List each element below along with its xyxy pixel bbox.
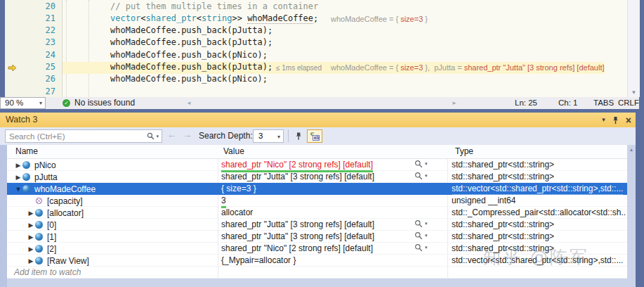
code-token: whoMadeCoffee.push_back(pJutta); — [110, 62, 272, 72]
status-line-indicator[interactable]: Ln: 25 — [515, 98, 537, 108]
type-cell: unsigned __int64 — [452, 195, 515, 207]
zoom-level-dropdown[interactable]: 90 % ▾ — [0, 97, 46, 109]
expander-icon[interactable]: ▶ — [14, 162, 22, 169]
toolbar-separator — [288, 129, 289, 142]
type-cell: std::shared_ptr<std::string> — [452, 243, 554, 255]
line-number: 26 — [46, 74, 55, 86]
watch-row-rawview[interactable]: ▶[Raw View]{_Mypair=allocator }std::vect… — [7, 255, 627, 267]
expander-icon[interactable]: ▼ — [14, 186, 22, 193]
watch-row-pnico[interactable]: ▶pNicoshared_ptr "Nico" [2 strong refs] … — [7, 159, 627, 171]
expander-icon[interactable]: ▶ — [27, 245, 35, 253]
watch-row-whomadecoffee[interactable]: ▼whoMadeCoffee{ size=3 }std::vector<std:… — [7, 183, 627, 195]
scroll-down-icon[interactable]: ▼ — [628, 89, 640, 96]
pin-icon[interactable] — [612, 116, 619, 125]
search-depth-value: 3 — [254, 132, 263, 140]
visualizer-button[interactable]: ▾ — [414, 160, 428, 168]
value-cell: allocator — [221, 207, 253, 219]
hscroll-left-icon[interactable]: ◄ — [186, 100, 192, 106]
document-health-indicator[interactable]: No issues found — [74, 98, 135, 108]
watch-name: pJutta — [34, 172, 58, 182]
zoom-level-value: 90 % — [1, 98, 23, 107]
watch-name: pNico — [34, 160, 56, 170]
visualizer-dropdown-icon[interactable]: ▾ — [425, 161, 428, 167]
expander-icon[interactable]: ▶ — [14, 174, 22, 181]
status-eol-indicator[interactable]: CRLF — [618, 98, 639, 108]
watch-type: std::shared_ptr<std::string> — [452, 219, 554, 229]
code-line-21[interactable]: vector<shared_ptr<string>> whoMadeCoffee… — [63, 13, 627, 25]
expander-icon[interactable]: ▶ — [27, 210, 35, 217]
code-token: < — [197, 13, 202, 23]
search-forward-icon[interactable]: → — [183, 129, 192, 140]
breakpoint-margin[interactable]: 2021222324252627 — [5, 0, 63, 97]
column-header-type[interactable]: Type — [455, 146, 473, 156]
watch-row-0[interactable]: ▶[0]shared_ptr "Jutta" [3 strong refs] [… — [7, 219, 627, 231]
inline-value-part: shared_ptr "Jutta" [3 strong refs] [defa… — [464, 63, 605, 72]
expander-icon[interactable]: ▶ — [27, 257, 35, 264]
hscroll-right-icon[interactable]: ► — [452, 100, 457, 106]
watch-name: [0] — [47, 220, 56, 230]
search-input[interactable] — [6, 131, 147, 141]
scroll-up-icon[interactable]: ▲ — [627, 147, 636, 152]
close-icon[interactable]: × — [626, 115, 631, 125]
code-token: ; — [313, 13, 318, 23]
watch-vertical-scrollbar[interactable]: ▲ — [627, 145, 636, 287]
visualizer-dropdown-icon[interactable]: ▾ — [425, 221, 428, 227]
visualizer-dropdown-icon[interactable]: ▾ — [425, 173, 428, 179]
watch-value: {_Mypair=allocator } — [221, 255, 296, 265]
code-token: // put them multiple times in a containe… — [110, 1, 318, 11]
add-item-row[interactable]: Add item to watch — [7, 267, 627, 279]
watch-row-1[interactable]: ▶[1]shared_ptr "Jutta" [3 strong refs] [… — [7, 231, 627, 243]
visualizer-button[interactable]: ▾ — [414, 219, 428, 228]
search-depth-dropdown[interactable]: 3 ▾ — [253, 129, 284, 143]
code-line-23[interactable]: whoMadeCoffee.push_back(pJutta); — [63, 37, 627, 49]
watch-row-capacity[interactable]: [capacity]3unsigned __int64 — [7, 195, 627, 207]
watch-type: std::shared_ptr<std::string> — [452, 172, 554, 181]
name-cell: ▶[0] — [7, 219, 56, 231]
search-depth-label: Search Depth: — [199, 131, 253, 141]
debug-inline-value: whoMadeCoffee = { size=3 } — [331, 15, 428, 23]
status-column-indicator[interactable]: Ch: 1 — [558, 98, 578, 108]
watch-row-allocator[interactable]: ▶[allocator]allocatorstd::_Compressed_pa… — [7, 207, 627, 219]
window-position-icon[interactable]: ▾ — [602, 113, 605, 127]
perf-tip[interactable]: ≤ 1ms elapsed — [276, 64, 322, 72]
code-editor[interactable]: 2021222324252627 // put them multiple ti… — [5, 0, 627, 97]
code-line-20[interactable]: // put them multiple times in a containe… — [63, 1, 627, 13]
watch-titlebar[interactable]: Watch 3 ▾ × — [0, 113, 636, 127]
expander-icon[interactable]: ▶ — [27, 234, 35, 241]
visualizer-button[interactable]: ▾ — [414, 172, 428, 180]
editor-vertical-scrollbar[interactable]: ▼ — [627, 0, 640, 97]
code-line-24[interactable]: whoMadeCoffee.push_back(pNico); — [63, 50, 627, 62]
column-header-value[interactable]: Value — [223, 146, 244, 156]
inline-value-part: size=3 — [400, 15, 423, 23]
visualizer-dropdown-icon[interactable]: ▾ — [425, 245, 428, 250]
code-line-25[interactable]: whoMadeCoffee.push_back(pJutta);≤ 1ms el… — [63, 62, 605, 74]
search-options-icon[interactable]: ▾ — [156, 134, 159, 139]
code-area[interactable]: // put them multiple times in a containe… — [63, 0, 627, 97]
line-number: 23 — [46, 37, 55, 49]
line-number: 22 — [46, 25, 55, 37]
variable-icon — [35, 245, 43, 253]
watch-row-2[interactable]: ▶[2]shared_ptr "Nico" [2 strong refs] [d… — [7, 243, 627, 255]
status-tabs-indicator[interactable]: TABS — [593, 98, 614, 108]
code-line-26[interactable]: whoMadeCoffee.push_back(pNico); — [63, 74, 627, 86]
name-cell: ▶[allocator] — [7, 207, 84, 219]
watch-search-box[interactable]: ▾ — [5, 129, 162, 143]
visualizer-button[interactable]: ▾ — [414, 231, 428, 240]
watch-toolbar: ▾ ← → Search Depth: 3 ▾ ab — [0, 127, 636, 145]
expander-icon[interactable]: ▶ — [27, 222, 35, 229]
visualizer-button[interactable]: ▾ — [414, 243, 428, 252]
value-cell: 3 — [221, 195, 226, 207]
type-cell: std::shared_ptr<std::string> — [452, 231, 554, 243]
watch-left-margin — [0, 145, 7, 287]
column-header-name[interactable]: Name — [15, 146, 38, 156]
value-cell: shared_ptr "Nico" [2 strong refs] [defau… — [221, 159, 373, 171]
format-display-button[interactable]: ab — [307, 129, 322, 143]
code-line-22[interactable]: whoMadeCoffee.push_back(pJutta); — [63, 25, 627, 37]
pin-filter-icon — [294, 132, 303, 141]
search-back-icon[interactable]: ← — [167, 129, 176, 140]
pin-datatip-button[interactable] — [291, 129, 305, 142]
current-statement-arrow-icon — [8, 64, 17, 72]
watch-row-pjutta[interactable]: ▶pJuttashared_ptr "Jutta" [3 strong refs… — [7, 171, 627, 183]
visualizer-dropdown-icon[interactable]: ▾ — [425, 233, 428, 238]
search-icon — [147, 132, 155, 140]
